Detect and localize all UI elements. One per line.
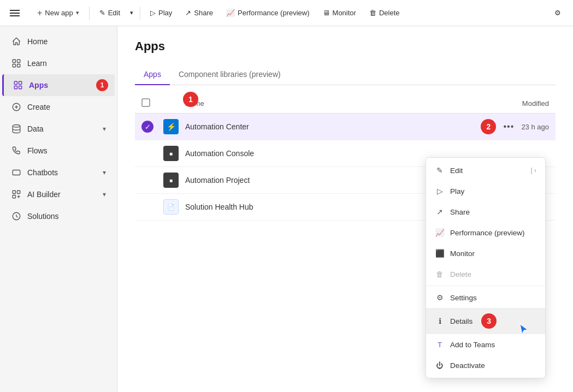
row3-name: Automation Project bbox=[185, 176, 440, 185]
chevron-down-icon: ▾ bbox=[76, 9, 79, 16]
svg-rect-13 bbox=[13, 191, 15, 193]
sidebar-item-learn[interactable]: Learn bbox=[2, 52, 115, 74]
delete-icon: 🗑 bbox=[369, 9, 376, 17]
chevron-down-icon-edit: ▾ bbox=[130, 9, 133, 16]
sidebar-label-create: Create bbox=[27, 103, 50, 111]
check-circle-icon: ✓ bbox=[141, 121, 153, 133]
svg-rect-7 bbox=[19, 86, 22, 89]
flows-icon bbox=[11, 145, 22, 156]
menu-label-share: Share bbox=[450, 208, 470, 216]
menu-label-play: Play bbox=[450, 187, 464, 195]
content-area: 1 Apps Apps Component libraries (preview… bbox=[117, 26, 573, 392]
col-name-header: Name bbox=[185, 99, 440, 108]
menu-item-edit[interactable]: ✎ Edit | › bbox=[426, 160, 545, 181]
menu-label-performance: Performance (preview) bbox=[450, 229, 525, 237]
menu-item-monitor[interactable]: ⬛ Monitor bbox=[426, 243, 545, 264]
performance-icon: 📈 bbox=[226, 9, 235, 17]
sidebar-item-solutions[interactable]: Solutions bbox=[2, 205, 115, 227]
delete-button[interactable]: 🗑 Delete bbox=[364, 5, 405, 20]
divider-1 bbox=[89, 7, 90, 20]
edit-menu-icon: ✎ bbox=[435, 165, 445, 175]
context-menu-trigger[interactable]: ••• bbox=[500, 120, 517, 133]
new-app-button[interactable]: + New app ▾ bbox=[32, 5, 85, 21]
sidebar-item-home[interactable]: Home bbox=[2, 31, 115, 52]
menu-item-details[interactable]: ℹ Details 3 bbox=[426, 308, 545, 334]
step-badge-2: 2 bbox=[481, 119, 496, 134]
menu-item-add-to-teams[interactable]: T Add to Teams bbox=[426, 334, 545, 355]
row4-icon: 📄 bbox=[163, 199, 185, 215]
apps-icon bbox=[13, 80, 23, 91]
sidebar-item-apps[interactable]: Apps 1 bbox=[2, 74, 115, 96]
play-menu-icon: ▷ bbox=[435, 186, 445, 196]
sidebar-label-chatbots: Chatbots bbox=[27, 168, 58, 177]
row1-check[interactable]: ✓ bbox=[141, 121, 163, 133]
sub-arrow-icon: | › bbox=[531, 167, 536, 174]
menu-label-details: Details bbox=[450, 317, 472, 325]
deactivate-menu-icon: ⏻ bbox=[435, 360, 445, 370]
svg-rect-0 bbox=[13, 60, 15, 62]
row1-modified-time: 23 h ago bbox=[521, 123, 549, 131]
monitor-button[interactable]: 🖥 Monitor bbox=[317, 5, 362, 20]
app-icon-solution-health-hub: 📄 bbox=[163, 199, 179, 215]
menu-item-play[interactable]: ▷ Play bbox=[426, 181, 545, 201]
menu-item-deactivate[interactable]: ⏻ Deactivate bbox=[426, 355, 545, 376]
svg-rect-1 bbox=[17, 60, 20, 62]
play-button[interactable]: ▷ Play bbox=[145, 5, 178, 20]
tab-component-libraries[interactable]: Component libraries (preview) bbox=[170, 64, 290, 85]
toolbar: + New app ▾ ✎ Edit ▾ ▷ Play ↗ Share 📈 Pe… bbox=[0, 0, 573, 26]
sidebar-label-home: Home bbox=[27, 37, 48, 46]
table-row[interactable]: ✓ ⚡ Automation Center 2 ••• 23 h ago bbox=[135, 114, 556, 140]
sidebar-label-ai-builder: AI Builder bbox=[27, 190, 61, 199]
sidebar-item-flows[interactable]: Flows bbox=[2, 140, 115, 162]
sidebar-label-flows: Flows bbox=[27, 146, 48, 155]
performance-button[interactable]: 📈 Performance (preview) bbox=[221, 5, 315, 20]
tab-apps[interactable]: Apps bbox=[135, 64, 170, 85]
step-badge-1: 1 bbox=[183, 92, 198, 107]
learn-icon bbox=[11, 58, 22, 69]
ai-builder-chevron-icon: ▾ bbox=[103, 191, 106, 198]
sidebar-item-ai-builder[interactable]: AI Builder ▾ bbox=[2, 183, 115, 205]
row1-icon: ⚡ bbox=[163, 119, 185, 134]
data-chevron-icon: ▾ bbox=[103, 125, 106, 133]
menu-label-deactivate: Deactivate bbox=[450, 361, 485, 370]
play-icon: ▷ bbox=[150, 9, 156, 17]
svg-rect-6 bbox=[14, 86, 17, 89]
settings-button[interactable]: ⚙ bbox=[549, 5, 566, 20]
menu-item-share[interactable]: ↗ Share bbox=[426, 201, 545, 222]
menu-label-settings: Settings bbox=[450, 294, 477, 302]
svg-rect-3 bbox=[17, 64, 20, 67]
svg-rect-17 bbox=[142, 99, 150, 106]
row2-icon: ■ bbox=[163, 146, 185, 161]
page-title: Apps bbox=[135, 39, 556, 54]
create-icon bbox=[11, 102, 22, 112]
hamburger-menu[interactable] bbox=[7, 7, 23, 20]
main-layout: Home Learn Apps 1 Create Data bbox=[0, 26, 573, 392]
tabs-container: Apps Component libraries (preview) bbox=[135, 64, 556, 85]
svg-point-11 bbox=[13, 125, 20, 128]
monitor-menu-icon: ⬛ bbox=[435, 248, 445, 258]
sidebar-item-create[interactable]: Create bbox=[2, 96, 115, 118]
sidebar-label-solutions: Solutions bbox=[27, 212, 59, 221]
edit-button[interactable]: ✎ Edit bbox=[94, 5, 126, 20]
chatbots-chevron-icon: ▾ bbox=[103, 169, 106, 176]
app-icon-automation-console: ■ bbox=[163, 146, 179, 161]
context-menu: ✎ Edit | › ▷ Play ↗ Share 📈 Performance … bbox=[426, 157, 546, 378]
share-menu-icon: ↗ bbox=[435, 207, 445, 217]
delete-menu-icon: 🗑 bbox=[435, 269, 445, 279]
svg-rect-5 bbox=[19, 81, 22, 84]
svg-rect-15 bbox=[13, 195, 15, 198]
sidebar-label-apps: Apps bbox=[29, 81, 48, 90]
share-button[interactable]: ↗ Share bbox=[180, 5, 218, 20]
menu-label-delete: Delete bbox=[450, 270, 471, 278]
svg-rect-14 bbox=[17, 191, 20, 193]
settings-menu-icon: ⚙ bbox=[435, 293, 445, 302]
details-menu-icon: ℹ bbox=[435, 316, 445, 326]
performance-menu-icon: 📈 bbox=[435, 228, 445, 237]
app-icon-automation-project: ■ bbox=[163, 173, 179, 188]
sidebar-item-data[interactable]: Data ▾ bbox=[2, 118, 115, 140]
sidebar-item-chatbots[interactable]: Chatbots ▾ bbox=[2, 162, 115, 183]
menu-item-performance[interactable]: 📈 Performance (preview) bbox=[426, 222, 545, 243]
menu-item-settings[interactable]: ⚙ Settings bbox=[426, 287, 545, 308]
solutions-icon bbox=[11, 211, 22, 222]
edit-more-button[interactable]: ▾ bbox=[128, 6, 135, 20]
